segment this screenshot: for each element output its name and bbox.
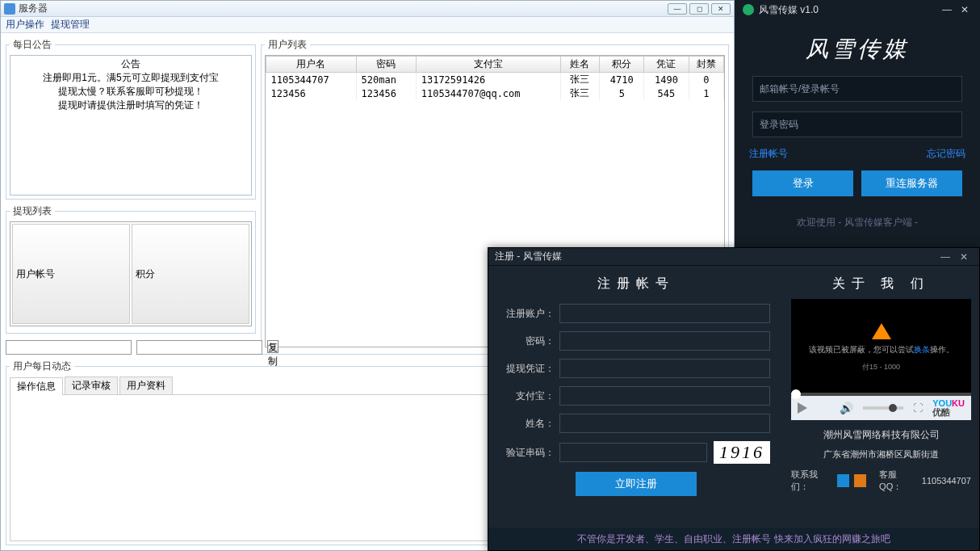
col-name[interactable]: 姓名 [560, 57, 600, 73]
volume-knob[interactable] [889, 404, 897, 412]
menu-user-ops[interactable]: 用户操作 [6, 18, 44, 32]
contact-row: 联系我们： 客服QQ： 1105344707 [791, 469, 971, 493]
reg-password-input[interactable] [559, 331, 770, 351]
password-input[interactable] [752, 111, 962, 137]
label-withdraw-cert: 提现凭证： [501, 362, 559, 376]
about-panel: 关于 我 们 该视频已被屏蔽，您可以尝试换条操作。 付15 - 1000 🔊 ⛶… [783, 266, 979, 528]
col-ban[interactable]: 封禁 [689, 57, 723, 73]
login-button[interactable]: 登录 [752, 170, 853, 196]
col-password[interactable]: 密码 [356, 57, 416, 73]
video-seekbar[interactable] [791, 393, 971, 396]
client-logo: 风雪传媒 [735, 19, 980, 76]
player-bar: 🔊 ⛶ YOUKU优酷 [791, 396, 971, 420]
company-address: 广东省潮州市湘桥区凤新街道 [791, 448, 971, 461]
volume-icon[interactable]: 🔊 [840, 402, 853, 414]
captcha-image[interactable]: 1916 [714, 441, 770, 464]
label-captcha: 验证串码： [501, 446, 559, 460]
copy-button[interactable]: 复制 [267, 340, 279, 353]
server-menubar: 用户操作 提现管理 [1, 17, 734, 33]
label-alipay: 支付宝： [501, 389, 559, 403]
register-titlebar: 注册 - 风雪传媒 — ✕ [488, 248, 979, 266]
withdraw-legend: 提现列表 [10, 204, 55, 218]
warning-icon [872, 323, 891, 339]
server-title: 服务器 [19, 2, 48, 15]
user-table[interactable]: 用户名 密码 支付宝 姓名 积分 凭证 封禁 1105344707 520man… [266, 56, 724, 100]
daily-legend: 用户每日动态 [10, 360, 74, 373]
label-password: 密码： [501, 334, 559, 348]
client-title: 风雪传媒 v1.0 [759, 3, 819, 17]
contact-icon-1[interactable] [837, 474, 849, 487]
register-link[interactable]: 注册帐号 [749, 147, 788, 161]
company-name: 潮州风雪网络科技有限公司 [791, 428, 971, 442]
register-footer: 不管你是开发者、学生、自由职业、注册帐号 快来加入疯狂的网赚之旅吧 [488, 528, 979, 550]
announce-text: 公告 注册即用1元。满5元可立即提现到支付宝 提现太慢？联系客服即可秒提现！ 提… [10, 55, 252, 196]
announce-legend: 每日公告 [10, 38, 55, 52]
col-alipay[interactable]: 支付宝 [416, 57, 560, 73]
contact-label: 联系我们： [791, 469, 832, 493]
label-account: 注册账户： [501, 307, 559, 321]
register-window: 注册 - 风雪传媒 — ✕ 注册帐号 注册账户： 密码： 提现凭证： 支付宝： … [488, 247, 980, 551]
login-form [735, 76, 980, 147]
reconnect-button[interactable]: 重连服务器 [861, 170, 962, 196]
about-heading: 关于 我 们 [791, 276, 971, 292]
withdraw-panel: 提现列表 用户帐号 积分 [6, 204, 256, 334]
minimize-button[interactable]: — [668, 3, 687, 15]
server-titlebar: 服务器 — ◻ ✕ [1, 1, 734, 17]
tab-profile[interactable]: 用户资料 [119, 376, 173, 394]
contact-icon-2[interactable] [854, 474, 866, 487]
col-cert[interactable]: 凭证 [644, 57, 689, 73]
reg-submit-button[interactable]: 立即注册 [576, 472, 697, 496]
wcol-user[interactable]: 用户帐号 [12, 224, 130, 324]
userlist-legend: 用户列表 [265, 38, 310, 52]
video-area: 该视频已被屏蔽，您可以尝试换条操作。 付15 - 1000 [791, 299, 971, 396]
seek-knob[interactable] [791, 389, 801, 399]
service-label: 客服QQ： [879, 469, 917, 493]
reg-name-input[interactable] [559, 414, 770, 433]
maximize-button[interactable]: ◻ [689, 3, 709, 15]
forgot-link[interactable]: 忘记密码 [927, 147, 965, 161]
client-titlebar: 风雪传媒 v1.0 — ✕ [735, 0, 980, 19]
withdraw-table[interactable]: 用户帐号 积分 [10, 221, 252, 326]
fullscreen-icon[interactable]: ⛶ [913, 402, 923, 414]
service-qq: 1105344707 [922, 476, 971, 486]
tab-ops[interactable]: 操作信息 [10, 377, 63, 395]
wcol-points[interactable]: 积分 [132, 224, 249, 324]
reg-minimize-button[interactable]: — [936, 251, 955, 263]
youku-logo: YOUKU优酷 [932, 399, 965, 417]
register-title: 注册 - 风雪传媒 [495, 250, 562, 263]
announce-panel: 每日公告 公告 注册即用1元。满5元可立即提现到支付宝 提现太慢？联系客服即可秒… [6, 38, 256, 200]
register-form: 注册帐号 注册账户： 密码： 提现凭证： 支付宝： 姓名： 验证串码： 1916… [488, 266, 783, 528]
tab-audit[interactable]: 记录审核 [65, 376, 118, 394]
reg-close-button[interactable]: ✕ [955, 251, 973, 263]
reg-account-input[interactable] [559, 304, 770, 323]
client-close-button[interactable]: ✕ [957, 3, 972, 16]
table-row[interactable]: 123456 123456 1105344707@qq.com 张三 5 545… [266, 86, 724, 100]
video-retry-link[interactable]: 换条 [914, 345, 930, 354]
reg-cert-input[interactable] [559, 359, 770, 378]
copy-input-2[interactable] [136, 340, 262, 355]
app-icon [4, 3, 15, 15]
client-app-icon [743, 4, 754, 15]
video-error: 该视频已被屏蔽，您可以尝试换条操作。 [809, 344, 954, 355]
volume-slider[interactable] [863, 406, 903, 410]
reg-captcha-input[interactable] [559, 443, 707, 462]
video-time: 付15 - 1000 [862, 362, 900, 372]
reg-alipay-input[interactable] [559, 386, 770, 406]
col-username[interactable]: 用户名 [266, 57, 357, 73]
play-icon[interactable] [798, 402, 807, 414]
copy-input-1[interactable] [6, 340, 132, 355]
col-points[interactable]: 积分 [600, 57, 644, 73]
reg-heading: 注册帐号 [501, 276, 770, 292]
menu-withdraw-mgmt[interactable]: 提现管理 [51, 18, 90, 32]
welcome-text: 欢迎使用 - 风雪传媒客户端 - [735, 204, 980, 241]
label-name: 姓名： [501, 417, 559, 431]
account-input[interactable] [752, 76, 962, 102]
table-row[interactable]: 1105344707 520man 13172591426 张三 4710 14… [266, 73, 724, 87]
copy-row: 复制 [6, 339, 256, 355]
client-minimize-button[interactable]: — [940, 3, 954, 16]
close-button[interactable]: ✕ [711, 3, 731, 15]
